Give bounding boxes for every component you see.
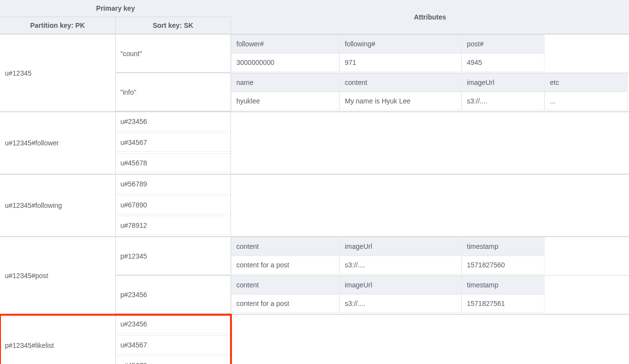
attr-value: 1571827560 — [461, 256, 545, 274]
attr-header: imageUrl — [339, 276, 461, 294]
sort-key-cell: u#23456 — [116, 112, 231, 131]
attr-header-row: content imageUrl timestamp — [231, 276, 629, 294]
attr-header: timestamp — [461, 237, 545, 256]
attr-header: follower# — [231, 35, 339, 53]
attr-header: timestamp — [461, 276, 545, 294]
header-row: Primary key Partition key: PK Sort key: … — [0, 0, 629, 35]
attr-value: ... — [545, 92, 628, 110]
attr-header-row: content imageUrl timestamp — [231, 237, 629, 256]
item-row: u#12345 "count" follower# following# pos… — [0, 35, 629, 112]
partition-key-cell: u#12345#post — [0, 237, 116, 314]
attr-value-row: content for a post s3://.... 1571827561 — [231, 294, 629, 313]
sort-key-cell: "info" — [116, 73, 231, 111]
sort-key-cell: "count" — [116, 35, 231, 73]
attr-value: 4945 — [461, 53, 545, 72]
dynamodb-schema-table: Primary key Partition key: PK Sort key: … — [0, 0, 629, 364]
attr-header-row: follower# following# post# — [231, 35, 629, 53]
sort-key-cell: u#45678 — [116, 356, 231, 364]
sort-key-cell: p#12345 — [116, 237, 231, 275]
attr-value: content for a post — [231, 256, 339, 274]
partition-key-cell: u#12345#following — [0, 175, 116, 236]
attr-value-row: hyuklee My name is Hyuk Lee s3://.... ..… — [231, 92, 629, 110]
item-row: p#12345#likelist u#23456 u#34567 u#45678 — [0, 315, 629, 364]
partition-key-cell: p#12345#likelist — [0, 315, 116, 364]
primary-key-header: Primary key — [0, 0, 231, 17]
attr-value: 1571827561 — [461, 294, 545, 313]
sort-key-cell: u#34567 — [116, 133, 231, 152]
attr-value: hyuklee — [231, 92, 339, 110]
attr-header: following# — [339, 35, 461, 53]
sort-key-cell: u#45678 — [116, 153, 231, 172]
attr-header: content — [231, 237, 339, 256]
partition-key-header: Partition key: PK — [0, 17, 116, 34]
attr-header: content — [339, 73, 461, 92]
attr-value: 3000000000 — [231, 53, 339, 72]
attributes-block: content imageUrl timestamp content for a… — [231, 276, 629, 314]
attr-header: imageUrl — [461, 73, 545, 92]
partition-key-cell: u#12345 — [0, 35, 116, 111]
sort-key-cell: p#23456 — [116, 276, 231, 314]
sort-key-header: Sort key: SK — [116, 17, 231, 34]
primary-key-sub-headers: Partition key: PK Sort key: SK — [0, 17, 231, 34]
attr-value: My name is Hyuk Lee — [339, 92, 461, 110]
sort-key-column: u#56789 u#67890 u#78912 — [116, 175, 231, 236]
attr-header: content — [231, 276, 339, 294]
sort-key-column: u#23456 u#34567 u#45678 — [116, 315, 231, 364]
attributes-block: follower# following# post# 3000000000 97… — [231, 35, 629, 73]
sort-key-column: u#23456 u#34567 u#45678 — [116, 112, 231, 174]
attr-value: s3://.... — [339, 256, 461, 274]
primary-key-header-group: Primary key Partition key: PK Sort key: … — [0, 0, 231, 34]
attr-value: 971 — [339, 53, 461, 72]
attr-value: s3://.... — [461, 92, 545, 110]
sort-key-cell: u#78912 — [116, 216, 231, 235]
sort-key-cell: u#23456 — [116, 315, 231, 334]
partition-key-cell: u#12345#follower — [0, 112, 116, 174]
attr-header: name — [231, 73, 339, 92]
attr-header-row: name content imageUrl etc — [231, 73, 629, 92]
attributes-block: name content imageUrl etc hyuklee My nam… — [231, 73, 629, 111]
attr-value: content for a post — [231, 294, 339, 313]
attr-value-row: content for a post s3://.... 1571827560 — [231, 256, 629, 274]
sort-key-cell: u#67890 — [116, 195, 231, 214]
attributes-header: Attributes — [231, 0, 629, 34]
sort-key-cell: u#34567 — [116, 335, 231, 354]
attr-value: s3://.... — [339, 294, 461, 313]
item-row: u#12345#post p#12345 content imageUrl ti… — [0, 237, 629, 315]
attributes-block: content imageUrl timestamp content for a… — [231, 237, 629, 275]
attr-header: post# — [461, 35, 545, 53]
sort-key-cell: u#56789 — [116, 175, 231, 194]
attr-header: imageUrl — [339, 237, 461, 256]
item-row: u#12345#following u#56789 u#67890 u#7891… — [0, 175, 629, 237]
attr-header: etc — [545, 73, 628, 92]
attr-value-row: 3000000000 971 4945 — [231, 53, 629, 72]
item-row: u#12345#follower u#23456 u#34567 u#45678 — [0, 112, 629, 175]
